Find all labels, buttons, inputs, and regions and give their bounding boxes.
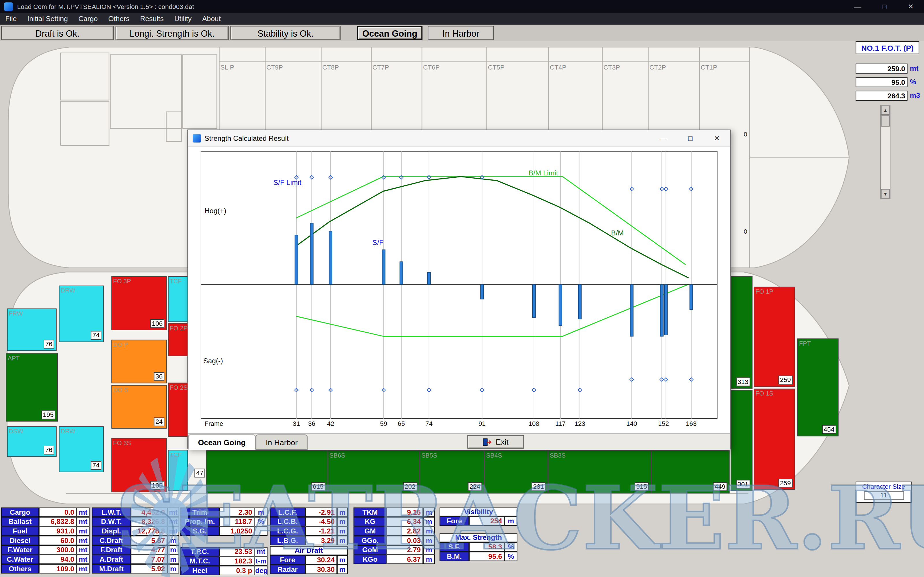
- row-label: GM: [354, 526, 386, 536]
- row-unit: mt: [76, 545, 89, 555]
- table-row: Trim2.30m: [180, 508, 267, 517]
- row-value: 931.0: [39, 526, 77, 536]
- row-value: 5.92: [131, 564, 168, 574]
- table-lcg-group: L.C.F.-2.91mL.C.B.-4.50mL.C.G.-1.21mL.B.…: [270, 508, 348, 545]
- hog-label: Hog(+): [204, 206, 226, 215]
- menu-item-initial-setting[interactable]: Initial Setting: [22, 13, 73, 25]
- row-label: Diesel: [1, 536, 39, 545]
- row-unit: mt: [168, 526, 179, 536]
- dialog-minimize-icon[interactable]: —: [651, 130, 677, 147]
- row-unit: mt: [76, 508, 89, 517]
- row-unit: m: [168, 564, 179, 574]
- row-value: 95.6: [469, 551, 504, 561]
- row-label: KG: [354, 517, 386, 527]
- row-unit: mt: [76, 517, 89, 527]
- menu-item-cargo[interactable]: Cargo: [73, 13, 103, 25]
- row-unit: m: [423, 508, 435, 517]
- table-row: Diesel60.0mt: [1, 536, 89, 545]
- frame-tick-36: 36: [303, 420, 320, 427]
- row-value: 6.37: [387, 554, 423, 564]
- row-value: 4.77: [131, 545, 168, 555]
- status-button-in-harbor[interactable]: In Harbor: [428, 26, 494, 40]
- table-row: L.C.F.-2.91m: [270, 508, 348, 517]
- row-unit: m: [168, 545, 179, 555]
- dialog-tab-in-harbor[interactable]: In Harbor: [256, 435, 308, 450]
- table-weights: Cargo0.0mtBallast6,832.8mtFuel931.0mtDie…: [1, 508, 89, 574]
- exit-button[interactable]: Exit: [467, 435, 524, 449]
- minimize-icon[interactable]: —: [844, 0, 871, 13]
- table-row: GM2.82m: [354, 526, 435, 536]
- frame-tick-117: 117: [551, 420, 569, 427]
- sf-bar: [480, 284, 483, 299]
- sf-bar: [559, 284, 562, 326]
- dialog-tab-ocean-going[interactable]: Ocean Going: [188, 435, 256, 450]
- menu-item-others[interactable]: Others: [103, 13, 135, 25]
- row-value: 109.0: [39, 564, 77, 574]
- row-label: Fuel: [1, 526, 39, 536]
- dialog-maximize-icon[interactable]: □: [677, 130, 704, 147]
- row-label: Ballast: [1, 517, 39, 527]
- table-row: S.F.58.3%: [439, 542, 517, 552]
- row-value: 30.24: [305, 555, 337, 564]
- table-row: L.C.B.-4.50m: [270, 517, 348, 527]
- maximize-icon[interactable]: □: [871, 0, 897, 13]
- dialog-title-bar[interactable]: Strength Calculated Result — □ ✕: [188, 130, 730, 147]
- bm-limit-label: B/M Limit: [529, 169, 558, 177]
- row-value: 0.0: [39, 508, 77, 517]
- table-stability: TKM9.15mKG6.34mGM2.82mGGo.0.03mGoM2.79mK…: [354, 508, 435, 564]
- menu-bar: FileInitial SettingCargoOthersResultsUti…: [0, 13, 924, 25]
- status-button-stability-is-ok[interactable]: Stability is Ok.: [230, 26, 341, 40]
- table-max-strength: Max. StrengthS.F.58.3%B.M.95.6%: [439, 533, 517, 561]
- menu-item-about[interactable]: About: [197, 13, 226, 25]
- row-unit: deg: [255, 566, 268, 575]
- row-unit: %: [255, 517, 268, 527]
- row-value: 9.15: [387, 508, 423, 517]
- menu-item-utility[interactable]: Utility: [169, 13, 197, 25]
- row-label: Prop. Im.: [180, 517, 219, 527]
- table-row: Heel0.3 pdeg: [180, 566, 267, 575]
- frame-tick-91: 91: [473, 420, 491, 427]
- table-trim-group: Trim2.30mProp. Im.118.7%S.G.1.0250: [180, 508, 267, 536]
- exit-button-label: Exit: [496, 437, 509, 446]
- row-value: 30.30: [305, 564, 337, 574]
- menu-item-file[interactable]: File: [0, 13, 22, 25]
- row-unit: t-m: [255, 556, 268, 566]
- row-unit: mt: [76, 564, 89, 574]
- row-unit: mt: [76, 536, 89, 545]
- table-visibility: VisibilityFore254m: [439, 508, 517, 525]
- status-button-row: Draft is Ok.Longi. Strength is Ok.Stabil…: [0, 25, 924, 41]
- row-unit: m: [337, 526, 348, 536]
- status-button-draft-is-ok[interactable]: Draft is Ok.: [1, 26, 114, 40]
- row-value: 2.82: [387, 526, 423, 536]
- sf-bar: [428, 272, 431, 284]
- title-bar: Load Com for M.T.PVTSEALION <Version 1.5…: [0, 0, 924, 13]
- sf-limit-label: S/F Limit: [273, 178, 302, 187]
- row-label: C.Water: [1, 554, 39, 564]
- table-row: M.Draft5.92m: [92, 564, 179, 574]
- status-button-longi-strength-is-ok[interactable]: Longi. Strength is Ok.: [115, 26, 229, 40]
- row-label: Displ.: [92, 526, 131, 536]
- frame-axis-label: Frame: [204, 420, 223, 427]
- row-value: 254: [469, 516, 504, 526]
- menu-item-results[interactable]: Results: [135, 13, 169, 25]
- row-unit: m: [423, 526, 435, 536]
- row-value: 58.3: [469, 542, 504, 552]
- table-row: F.Water300.0mt: [1, 545, 89, 555]
- dialog-close-icon[interactable]: ✕: [704, 130, 730, 147]
- row-value: 300.0: [39, 545, 77, 555]
- row-value: 1.0250: [219, 526, 254, 536]
- row-unit: mt: [76, 554, 89, 564]
- table-row: B.M.95.6%: [439, 551, 517, 561]
- sf-bar: [630, 284, 633, 336]
- close-icon[interactable]: ✕: [897, 0, 924, 13]
- row-value: 94.0: [39, 554, 77, 564]
- table-row: L.B.G.3.29m: [270, 536, 348, 545]
- row-label: T.P.C.: [180, 547, 219, 556]
- status-button-ocean-going[interactable]: Ocean Going: [357, 26, 423, 40]
- row-unit: m: [337, 508, 348, 517]
- sf-bar: [661, 284, 663, 336]
- table-air-draft: Air DraftFore30.24mRadar30.30m: [270, 546, 348, 574]
- window-controls: — □ ✕: [844, 0, 924, 13]
- table-row: Displ.12,778.8mt: [92, 526, 179, 536]
- table-row: T.P.C.23.53mt: [180, 547, 267, 556]
